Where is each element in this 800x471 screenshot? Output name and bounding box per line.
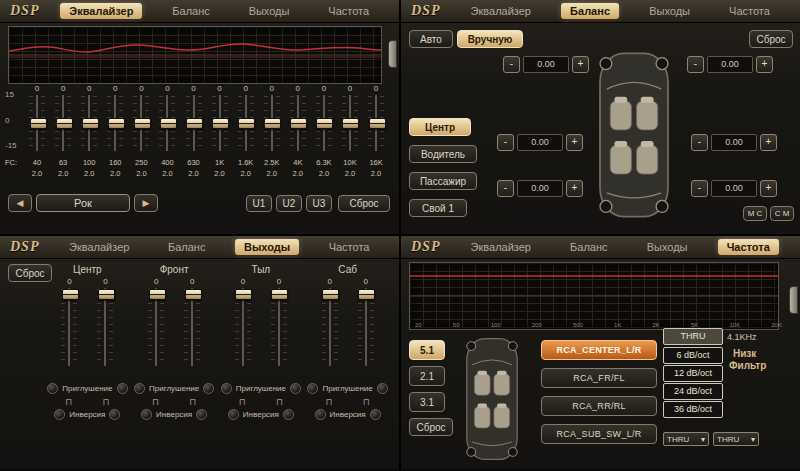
mute-checkbox[interactable] (203, 383, 214, 394)
mc-button[interactable]: M C (743, 206, 767, 221)
position-custom-button[interactable]: Свой 1 (409, 199, 467, 217)
tab-frequency[interactable]: Частота (320, 239, 379, 255)
slope-option-6db[interactable]: 6 dB/oct (663, 347, 723, 364)
mute-checkbox[interactable] (47, 383, 58, 394)
invert-checkbox[interactable] (196, 409, 207, 420)
band-slider[interactable] (238, 94, 254, 152)
output-slider[interactable] (148, 287, 164, 367)
invert-checkbox[interactable] (370, 409, 381, 420)
output-slider[interactable] (322, 287, 338, 367)
plus-button[interactable]: + (760, 134, 777, 151)
minus-button[interactable]: - (691, 180, 708, 197)
slider-knob[interactable] (212, 118, 229, 129)
slope-option-36db[interactable]: 36 dB/oct (663, 401, 723, 418)
tab-equalizer[interactable]: Эквалайзер (60, 3, 142, 19)
band-slider[interactable] (29, 94, 45, 152)
tab-equalizer[interactable]: Эквалайзер (60, 239, 138, 255)
slider-knob[interactable] (342, 118, 359, 129)
output-slider[interactable] (235, 287, 251, 367)
position-center-button[interactable]: Центр (409, 118, 471, 136)
tab-equalizer[interactable]: Эквалайзер (462, 3, 540, 19)
invert-checkbox[interactable] (141, 409, 152, 420)
auto-button[interactable]: Авто (409, 30, 453, 48)
plus-button[interactable]: + (566, 134, 583, 151)
slope-select-right[interactable]: THRU ▾ (713, 432, 759, 446)
eq-reset-button[interactable]: Сброс (338, 195, 390, 212)
slider-knob[interactable] (235, 289, 252, 300)
band-slider[interactable] (368, 94, 384, 152)
slope-option-24db[interactable]: 24 dB/oct (663, 383, 723, 400)
balance-reset-button[interactable]: Сброс (749, 30, 793, 48)
tab-outputs[interactable]: Выходы (240, 3, 299, 19)
band-slider[interactable] (55, 94, 71, 152)
tab-outputs[interactable]: Выходы (235, 239, 299, 255)
manual-button[interactable]: Вручную (457, 30, 523, 48)
band-slider[interactable] (81, 94, 97, 152)
slider-knob[interactable] (358, 289, 375, 300)
freq-reset-button[interactable]: Сброс (409, 418, 453, 436)
output-slider[interactable] (358, 287, 374, 367)
band-slider[interactable] (316, 94, 332, 152)
user-preset-2-button[interactable]: U2 (276, 195, 302, 212)
slider-knob[interactable] (149, 289, 166, 300)
plus-button[interactable]: + (566, 180, 583, 197)
tab-outputs[interactable]: Выходы (638, 239, 697, 255)
plus-button[interactable]: + (572, 56, 589, 73)
band-slider[interactable] (133, 94, 149, 152)
mute-checkbox[interactable] (117, 383, 128, 394)
mute-checkbox[interactable] (307, 383, 318, 394)
invert-checkbox[interactable] (283, 409, 294, 420)
band-slider[interactable] (159, 94, 175, 152)
mode-5-1-button[interactable]: 5.1 (409, 340, 445, 360)
band-slider[interactable] (264, 94, 280, 152)
slider-knob[interactable] (369, 118, 386, 129)
slider-knob[interactable] (271, 289, 288, 300)
minus-button[interactable]: - (503, 56, 520, 73)
slope-dropdown-selected[interactable]: THRU (663, 328, 723, 345)
drawer-handle-icon[interactable] (388, 40, 397, 68)
mode-2-1-button[interactable]: 2.1 (409, 366, 445, 386)
channel-rca-front-button[interactable]: RCA_FR/FL (541, 368, 657, 388)
minus-button[interactable]: - (687, 56, 704, 73)
tab-frequency[interactable]: Частота (720, 3, 779, 19)
mute-checkbox[interactable] (134, 383, 145, 394)
mute-checkbox[interactable] (221, 383, 232, 394)
slider-knob[interactable] (98, 289, 115, 300)
output-slider[interactable] (184, 287, 200, 367)
slider-knob[interactable] (185, 289, 202, 300)
slider-knob[interactable] (134, 118, 151, 129)
channel-rca-center-button[interactable]: RCA_CENTER_L/R (541, 340, 657, 360)
drawer-handle-icon[interactable] (789, 286, 798, 314)
output-slider[interactable] (97, 287, 113, 367)
output-slider[interactable] (61, 287, 77, 367)
band-slider[interactable] (212, 94, 228, 152)
minus-button[interactable]: - (497, 180, 514, 197)
tab-frequency[interactable]: Частота (319, 3, 378, 19)
slope-select-left[interactable]: THRU ▾ (663, 432, 709, 446)
user-preset-1-button[interactable]: U1 (246, 195, 272, 212)
mute-checkbox[interactable] (290, 383, 301, 394)
invert-checkbox[interactable] (54, 409, 65, 420)
invert-checkbox[interactable] (228, 409, 239, 420)
minus-button[interactable]: - (497, 134, 514, 151)
slider-knob[interactable] (264, 118, 281, 129)
slider-knob[interactable] (186, 118, 203, 129)
slider-knob[interactable] (62, 289, 79, 300)
slider-knob[interactable] (160, 118, 177, 129)
slope-option-12db[interactable]: 12 dB/oct (663, 365, 723, 382)
slider-knob[interactable] (82, 118, 99, 129)
tab-outputs[interactable]: Выходы (640, 3, 699, 19)
tab-equalizer[interactable]: Эквалайзер (462, 239, 540, 255)
invert-checkbox[interactable] (315, 409, 326, 420)
channel-rca-sub-button[interactable]: RCA_SUB_SW_L/R (541, 424, 657, 444)
mute-checkbox[interactable] (377, 383, 388, 394)
preset-next-button[interactable]: ▶ (134, 194, 158, 212)
user-preset-3-button[interactable]: U3 (306, 195, 332, 212)
plus-button[interactable]: + (760, 180, 777, 197)
slider-knob[interactable] (290, 118, 307, 129)
position-passenger-button[interactable]: Пассажир (409, 172, 477, 190)
slider-knob[interactable] (238, 118, 255, 129)
tab-balance[interactable]: Баланс (561, 3, 619, 19)
position-driver-button[interactable]: Водитель (409, 145, 477, 163)
preset-prev-button[interactable]: ◀ (8, 194, 32, 212)
